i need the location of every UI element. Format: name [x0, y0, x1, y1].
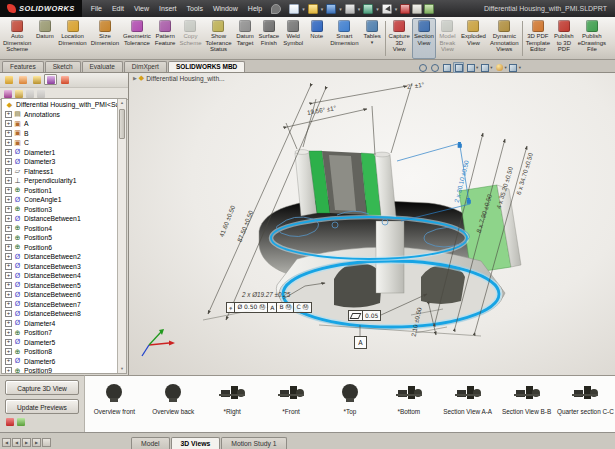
expander-icon[interactable]: [5, 310, 12, 317]
datum-target-button[interactable]: Datum Target: [233, 18, 256, 59]
dropdown-arrow-icon[interactable]: ▾: [321, 6, 324, 12]
capture-3d-view-button[interactable]: Capture 3D View: [387, 18, 412, 59]
dimxpertmanager-tab-tab[interactable]: [44, 74, 57, 85]
tree-item-position8[interactable]: ⊕Position8: [2, 347, 117, 357]
expander-icon[interactable]: [5, 301, 12, 308]
dropdown-arrow-icon[interactable]: ▾: [505, 65, 507, 70]
tree-item-diameter1[interactable]: ØDiameter1: [2, 148, 117, 158]
menu-view[interactable]: View: [129, 5, 154, 12]
tree-item-position3[interactable]: ⊕Position3: [2, 205, 117, 215]
expander-icon[interactable]: [5, 168, 12, 175]
dropdown-arrow-icon[interactable]: ▾: [395, 6, 398, 12]
configurationmanager-tab-tab[interactable]: [30, 74, 43, 85]
tree-item-coneangle1[interactable]: ØConeAngle1: [2, 195, 117, 205]
dropdown-arrow-icon[interactable]: ▾: [302, 6, 305, 12]
expander-icon[interactable]: [5, 291, 12, 298]
scroll-up-icon[interactable]: ▲: [120, 99, 124, 107]
menu-file[interactable]: File: [86, 5, 107, 12]
menu-tools[interactable]: Tools: [182, 5, 208, 12]
expander-icon[interactable]: [5, 282, 12, 289]
dropdown-arrow-icon[interactable]: ▾: [519, 65, 521, 70]
view-thumbnail--bottom[interactable]: *Bottom: [380, 381, 438, 415]
print-icon[interactable]: [345, 4, 355, 14]
new-document-icon[interactable]: [289, 4, 299, 14]
tree-item-distancebetween3[interactable]: ØDistanceBetween3: [2, 262, 117, 272]
dropdown-arrow-icon[interactable]: ▾: [339, 6, 342, 12]
frame-icon[interactable]: [412, 4, 422, 14]
expander-icon[interactable]: [5, 111, 12, 118]
graphics-viewport[interactable]: ▶ ◆ Differential Housing_with... 2° ±1° …: [129, 73, 615, 375]
bottom-tab-3d-views[interactable]: 3D Views: [171, 437, 221, 449]
expander-icon[interactable]: [5, 130, 12, 137]
smart-dimension-button[interactable]: Smart Dimension: [328, 18, 360, 59]
size-dimension-button[interactable]: Size Dimension: [89, 18, 121, 59]
tab-scroll-prev-icon[interactable]: ◀: [12, 438, 21, 447]
display-style-icon[interactable]: [465, 62, 476, 73]
menu-insert[interactable]: Insert: [154, 5, 182, 12]
show-tolerance-status-button[interactable]: Show Tolerance Status: [203, 18, 233, 59]
expander-icon[interactable]: [5, 320, 12, 327]
tree-item-position1[interactable]: ⊕Position1: [2, 186, 117, 196]
open-icon[interactable]: [308, 4, 318, 14]
tree-item-a[interactable]: ▣A: [2, 119, 117, 129]
feature-control-frame[interactable]: ⌖Ø 0.50 ⓂAB ⓂC Ⓜ: [226, 302, 312, 313]
tree-item-diameter3[interactable]: ØDiameter3: [2, 157, 117, 167]
tree-item-c[interactable]: ▣C: [2, 138, 117, 148]
filter-icon[interactable]: [15, 90, 23, 98]
expander-icon[interactable]: [5, 196, 12, 203]
viewport-feature-tree[interactable]: ▶ ◆ Differential Housing_with...: [133, 74, 225, 82]
tree-item-b[interactable]: ▣B: [2, 129, 117, 139]
tree-item-diameter4[interactable]: ØDiameter4: [2, 319, 117, 329]
3d-pdf-template-editor-button[interactable]: 3D PDF Template Editor: [524, 18, 552, 59]
auto-dimension-scheme-button[interactable]: Auto Dimension Scheme: [1, 18, 33, 59]
datum-a-flag[interactable]: A: [354, 336, 367, 349]
expander-icon[interactable]: [5, 225, 12, 232]
expander-icon[interactable]: [5, 120, 12, 127]
tree-item-position5[interactable]: ⊕Position5: [2, 233, 117, 243]
zoom-fit-icon[interactable]: [417, 62, 428, 73]
tree-item-position7[interactable]: ⊕Position7: [2, 328, 117, 338]
dropdown-arrow-icon[interactable]: ▾: [476, 65, 478, 70]
featuremanager-tab-tab[interactable]: [2, 74, 15, 85]
expander-icon[interactable]: [5, 253, 12, 260]
tree-item-distancebetween7[interactable]: ØDistanceBetween7: [2, 300, 117, 310]
box-icon[interactable]: [37, 90, 45, 98]
view-thumbnail-section-view-b-b[interactable]: Section View B-B: [498, 381, 556, 415]
tree-item-position6[interactable]: ⊕Position6: [2, 243, 117, 253]
menu-window[interactable]: Window: [208, 5, 243, 12]
hide-show-items-icon[interactable]: [479, 62, 490, 73]
expander-icon[interactable]: [5, 215, 12, 222]
previous-view-icon[interactable]: [441, 62, 452, 73]
undo-icon[interactable]: [363, 4, 373, 14]
tree-item-distancebetween2[interactable]: ØDistanceBetween2: [2, 252, 117, 262]
weld-symbol-button[interactable]: Weld Symbol: [281, 18, 305, 59]
note-button[interactable]: Note: [305, 18, 328, 59]
exploded-view-button[interactable]: Exploded View: [459, 18, 488, 59]
view-thumbnail-section-view-a-a[interactable]: Section View A-A: [439, 381, 497, 415]
publish-edrawings-file-button[interactable]: Publish eDrawings File: [576, 18, 608, 59]
expander-icon[interactable]: [5, 367, 12, 373]
show-display-icon[interactable]: [400, 4, 410, 14]
auto-dimension-icon[interactable]: [4, 90, 12, 98]
propertymanager-tab-tab[interactable]: [16, 74, 29, 85]
tree-scrollbar[interactable]: ▲ ▼: [117, 99, 126, 373]
dropdown-arrow-icon[interactable]: ▾: [376, 6, 379, 12]
datum-button[interactable]: Datum: [33, 18, 56, 59]
pin-icon[interactable]: [271, 4, 281, 14]
displaymanager-tab-tab[interactable]: [58, 74, 71, 85]
expander-icon[interactable]: ▶: [133, 75, 137, 81]
section-view-button[interactable]: Section View: [412, 18, 436, 59]
tree-item-distancebetween1[interactable]: ØDistanceBetween1: [2, 214, 117, 224]
view-thumbnail-overview-back[interactable]: Overview back: [144, 381, 202, 415]
tab-scroll-first-icon[interactable]: ◀: [2, 438, 11, 447]
edit-appearance-icon[interactable]: [494, 62, 505, 73]
tab-evaluate[interactable]: Evaluate: [82, 61, 123, 72]
expander-icon[interactable]: [5, 158, 12, 165]
view-thumbnail-quarter-section-c-c[interactable]: Quarter section C-C: [556, 381, 614, 415]
dropdown-arrow-icon[interactable]: ▾: [371, 40, 374, 45]
tab-features[interactable]: Features: [2, 61, 44, 72]
expander-icon[interactable]: [5, 177, 12, 184]
menu-edit[interactable]: Edit: [107, 5, 129, 12]
tree-item-distancebetween4[interactable]: ØDistanceBetween4: [2, 271, 117, 281]
tree-item-position9[interactable]: ⊕Position9: [2, 366, 117, 373]
